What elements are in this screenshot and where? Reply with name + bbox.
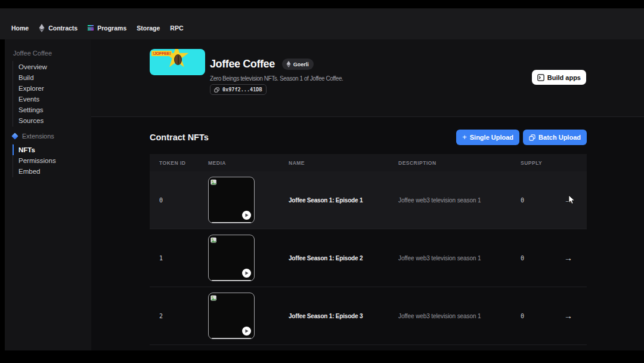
col-name: NAME (279, 160, 389, 166)
batch-copy-icon (529, 134, 535, 141)
sidebar-extensions-header: Extensions (13, 133, 91, 140)
nfts-section-bar: Contract NFTs + Single Upload Batch Uplo… (150, 130, 587, 145)
network-badge-label: Goerli (293, 61, 309, 67)
sidebar-project-label: Joffee Coffee (13, 50, 91, 57)
contract-description: Zero Beings television NFTs. Season 1 of… (210, 75, 343, 82)
video-thumbnail[interactable] (208, 293, 255, 339)
build-apps-button[interactable]: Build apps (532, 70, 586, 85)
nav-item-programs[interactable]: Programs (88, 24, 126, 32)
row-detail-arrow[interactable]: → (561, 253, 587, 263)
ethereum-icon (286, 61, 291, 67)
nav-programs-label: Programs (97, 24, 126, 32)
cell-name: Joffee Season 1: Episode 3 (279, 313, 389, 319)
title-row: Joffee Coffee Goerli (210, 58, 314, 70)
contract-header: ★ !JOFFEE! Joffee Coffee Goerli Zero Bei… (91, 39, 644, 117)
nav-item-storage[interactable]: Storage (137, 24, 160, 32)
play-button[interactable] (242, 269, 251, 278)
nfts-table: TOKEN ID MEDIA NAME DESCRIPTION SUPPLY 0… (150, 154, 587, 345)
cell-token-id: 1 (150, 255, 199, 262)
cell-supply: 0 (511, 255, 561, 262)
mouse-cursor (568, 195, 576, 205)
cell-name: Joffee Season 1: Episode 1 (279, 197, 389, 204)
contract-address: 0x97f2...41DB (222, 87, 262, 93)
cell-description: Joffee web3 television season 1 (389, 255, 511, 262)
sidebar-item-build[interactable]: Build (13, 72, 91, 83)
nav-home-label: Home (11, 24, 29, 32)
plus-icon: + (462, 133, 467, 141)
coffee-bean-icon (174, 54, 182, 65)
video-thumbnail[interactable] (208, 177, 255, 223)
cell-media (199, 293, 279, 339)
nav-item-contracts[interactable]: Contracts (39, 24, 78, 32)
build-apps-label: Build apps (547, 74, 581, 81)
cell-media (199, 235, 279, 281)
table-row[interactable]: 1 Joffee Season 1: Episode 2 Joffee web3… (150, 229, 587, 287)
main-content: ★ !JOFFEE! Joffee Coffee Goerli Zero Bei… (91, 39, 644, 350)
batch-upload-label: Batch Upload (538, 134, 581, 141)
col-description: DESCRIPTION (389, 160, 511, 166)
broken-image-icon (210, 237, 217, 244)
nav-rpc-label: RPC (170, 24, 183, 32)
cell-name: Joffee Season 1: Episode 2 (279, 255, 389, 262)
contract-avatar: ★ !JOFFEE! (150, 49, 205, 75)
sidebar-item-events[interactable]: Events (13, 94, 91, 104)
nav-contracts-label: Contracts (48, 24, 78, 32)
top-nav: Home Contracts Programs Storage RPC (0, 8, 644, 39)
copy-icon (214, 87, 219, 93)
sidebar-extensions-group: NFTs Permissions Embed (13, 144, 91, 177)
play-button[interactable] (242, 327, 251, 336)
sidebar-item-permissions[interactable]: Permissions (13, 155, 91, 166)
network-badge: Goerli (282, 59, 314, 70)
cell-supply: 0 (511, 313, 561, 319)
cell-token-id: 0 (150, 197, 199, 204)
video-thumbnail[interactable] (208, 235, 255, 281)
contract-address-button[interactable]: 0x97f2...41DB (210, 84, 267, 95)
video-progress-bar (212, 338, 251, 339)
avatar-label: !JOFFEE! (151, 51, 172, 56)
broken-image-icon (210, 295, 217, 302)
batch-upload-button[interactable]: Batch Upload (523, 130, 587, 145)
sidebar-item-settings[interactable]: Settings (13, 104, 91, 115)
table-row[interactable]: 0 Joffee Season 1: Episode 1 Joffee web3… (150, 171, 587, 229)
nav-item-rpc[interactable]: RPC (170, 24, 183, 32)
sidebar-item-explorer[interactable]: Explorer (13, 83, 91, 94)
cell-media (199, 177, 279, 223)
video-progress-bar (212, 280, 251, 281)
sidebar-item-nfts[interactable]: NFTs (13, 144, 91, 155)
extensions-label: Extensions (22, 133, 54, 140)
play-button[interactable] (242, 211, 251, 220)
extensions-diamond-icon (11, 133, 18, 139)
sidebar-contract-group: Overview Build Explorer Events Settings … (13, 61, 91, 127)
nav-item-home[interactable]: Home (11, 24, 29, 32)
sidebar: Joffee Coffee Overview Build Explorer Ev… (5, 39, 91, 350)
single-upload-label: Single Upload (470, 134, 513, 141)
broken-image-icon (210, 179, 217, 186)
page-title: Joffee Coffee (210, 58, 275, 70)
page: { "nav": { "items": [ { "label": "Home",… (0, 0, 644, 363)
table-row[interactable]: 2 Joffee Season 1: Episode 3 Joffee web3… (150, 287, 587, 345)
single-upload-button[interactable]: + Single Upload (456, 130, 519, 145)
cell-token-id: 2 (150, 313, 199, 319)
table-header: TOKEN ID MEDIA NAME DESCRIPTION SUPPLY (150, 154, 587, 171)
sidebar-item-sources[interactable]: Sources (13, 115, 91, 126)
code-window-icon (537, 74, 544, 81)
sidebar-item-embed[interactable]: Embed (13, 166, 91, 177)
video-progress-bar (212, 222, 251, 223)
cell-description: Joffee web3 television season 1 (389, 313, 511, 319)
section-title: Contract NFTs (150, 133, 456, 142)
cell-supply: 0 (511, 197, 561, 204)
sidebar-item-overview[interactable]: Overview (13, 61, 91, 72)
col-supply: SUPPLY (511, 160, 561, 166)
cell-description: Joffee web3 television season 1 (389, 197, 511, 204)
row-detail-arrow[interactable]: → (561, 311, 587, 321)
nav-storage-label: Storage (137, 24, 160, 32)
col-token-id: TOKEN ID (150, 160, 199, 166)
col-media: MEDIA (199, 160, 279, 166)
solana-icon (88, 25, 94, 30)
ethereum-icon (39, 24, 45, 32)
